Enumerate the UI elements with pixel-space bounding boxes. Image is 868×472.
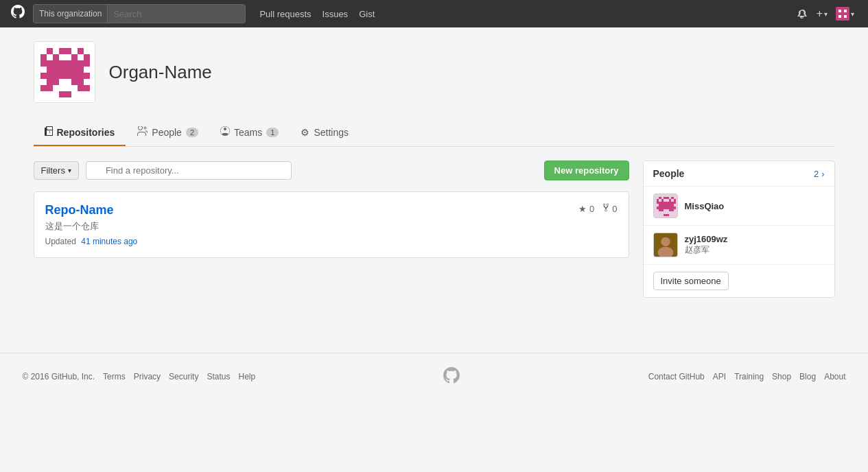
search-scope-label: This organization <box>34 5 108 23</box>
footer-privacy-link[interactable]: Privacy <box>134 372 161 381</box>
repositories-icon <box>45 126 53 138</box>
svg-rect-27 <box>666 197 669 200</box>
svg-rect-6 <box>841 18 844 21</box>
svg-rect-29 <box>656 199 659 202</box>
people-sidebar-box: People 2 › <box>643 161 835 298</box>
footer-blog-link[interactable]: Blog <box>799 372 816 381</box>
org-avatar <box>34 41 95 103</box>
zyj-info: zyj1609wz 赵彦军 <box>685 234 728 256</box>
svg-rect-35 <box>656 206 676 209</box>
notifications-button[interactable] <box>793 5 811 22</box>
invite-someone-button[interactable]: Invite someone <box>653 272 729 290</box>
tab-teams-label: Teams <box>234 127 262 138</box>
svg-rect-14 <box>71 54 78 60</box>
svg-rect-10 <box>65 48 71 54</box>
create-new-button[interactable]: + ▾ <box>814 5 830 23</box>
svg-rect-1 <box>838 10 841 12</box>
svg-rect-3 <box>841 12 844 15</box>
teams-icon <box>220 126 230 138</box>
svg-rect-36 <box>659 209 664 212</box>
repo-description: 这是一个仓库 <box>45 220 618 233</box>
missqiao-avatar <box>653 193 678 218</box>
person-item-zyj[interactable]: zyj1609wz 赵彦军 <box>644 226 834 265</box>
stars-stat: ★ 0 <box>578 204 594 214</box>
svg-rect-2 <box>844 10 847 12</box>
svg-rect-13 <box>53 54 59 60</box>
tab-people[interactable]: People 2 <box>126 119 209 146</box>
footer-api-link[interactable]: API <box>713 372 726 381</box>
tab-teams[interactable]: Teams 1 <box>209 119 290 146</box>
user-avatar-button[interactable]: ▾ <box>833 5 857 22</box>
new-repository-button[interactable]: New repository <box>544 161 629 180</box>
header-search-input[interactable] <box>108 9 245 19</box>
filters-button[interactable]: Filters ▾ <box>34 161 79 180</box>
person-item-missqiao[interactable]: MissQiao <box>644 187 834 226</box>
repo-name-link[interactable]: Repo-Name <box>45 203 114 217</box>
pull-requests-link[interactable]: Pull requests <box>259 9 311 19</box>
sidebar-header: People 2 › <box>644 161 834 187</box>
svg-rect-22 <box>78 85 90 91</box>
svg-rect-12 <box>40 54 47 60</box>
org-header: Organ-Name <box>34 41 835 103</box>
repo-list: Repo-Name ★ 0 0 <box>34 191 629 258</box>
updated-prefix: Updated <box>45 237 76 246</box>
svg-rect-8 <box>47 48 53 54</box>
svg-rect-4 <box>838 15 841 18</box>
svg-rect-9 <box>59 48 65 54</box>
svg-rect-18 <box>40 73 90 79</box>
tab-people-label: People <box>152 127 182 138</box>
svg-rect-17 <box>47 67 84 73</box>
tabs-nav: Repositories People 2 Teams 1 ⚙ Settings <box>34 119 835 147</box>
header-search-wrap: This organization <box>33 4 246 23</box>
gist-link[interactable]: Gist <box>359 9 375 19</box>
svg-rect-30 <box>661 199 664 202</box>
repo-updated: Updated 41 minutes ago <box>45 237 618 246</box>
repo-top-row: Repo-Name ★ 0 0 <box>45 203 618 217</box>
tab-repositories[interactable]: Repositories <box>34 119 126 146</box>
svg-rect-31 <box>668 199 671 202</box>
forks-stat: 0 <box>602 203 617 214</box>
svg-rect-26 <box>664 197 666 200</box>
tab-settings-label: Settings <box>314 127 349 138</box>
missqiao-username: MissQiao <box>685 201 725 211</box>
header-nav: Pull requests Issues Gist <box>259 9 375 19</box>
footer-status-link[interactable]: Status <box>207 372 230 381</box>
svg-rect-11 <box>78 48 84 54</box>
content-row: Filters ▾ New repository Repo-Name <box>34 161 835 298</box>
footer-about-link[interactable]: About <box>824 372 845 381</box>
footer-terms-link[interactable]: Terms <box>103 372 126 381</box>
tab-settings[interactable]: ⚙ Settings <box>290 119 360 146</box>
sidebar-people-title: People <box>653 168 685 179</box>
stars-count: 0 <box>589 204 594 214</box>
filters-row: Filters ▾ New repository <box>34 161 629 180</box>
footer-security-link[interactable]: Security <box>169 372 198 381</box>
footer-contact-link[interactable]: Contact GitHub <box>648 372 705 381</box>
svg-rect-23 <box>59 91 71 97</box>
forks-count: 0 <box>612 204 617 214</box>
svg-rect-21 <box>40 85 53 91</box>
updated-time-link[interactable]: 41 minutes ago <box>81 237 137 246</box>
content-main: Filters ▾ New repository Repo-Name <box>34 161 629 298</box>
footer-right: Contact GitHub API Training Shop Blog Ab… <box>648 372 846 381</box>
svg-rect-38 <box>664 214 668 217</box>
issues-link[interactable]: Issues <box>322 9 349 19</box>
svg-rect-32 <box>673 199 676 202</box>
star-icon: ★ <box>578 204 587 214</box>
repo-stats: ★ 0 0 <box>578 203 617 214</box>
svg-rect-37 <box>668 209 673 212</box>
count-arrow-icon: › <box>821 169 824 179</box>
header-right-actions: + ▾ ▾ <box>793 5 857 23</box>
footer-training-link[interactable]: Training <box>734 372 764 381</box>
people-count-link[interactable]: 2 › <box>814 169 825 179</box>
svg-rect-33 <box>656 202 676 204</box>
invite-label: Invite someone <box>661 276 721 286</box>
zyj-alias: 赵彦军 <box>685 244 728 256</box>
people-count: 2 <box>814 169 819 179</box>
github-logo-icon[interactable] <box>11 5 25 23</box>
find-repo-input[interactable] <box>86 161 292 180</box>
svg-rect-15 <box>84 54 90 60</box>
teams-badge: 1 <box>266 128 279 137</box>
org-name: Organ-Name <box>109 62 212 83</box>
footer-help-link[interactable]: Help <box>238 372 255 381</box>
footer-shop-link[interactable]: Shop <box>772 372 791 381</box>
